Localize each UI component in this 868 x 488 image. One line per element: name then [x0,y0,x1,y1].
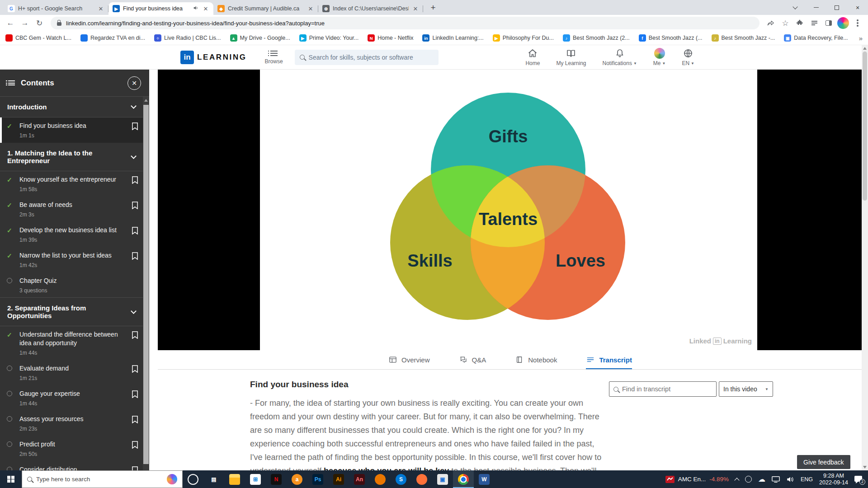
lesson-item[interactable]: ✓ Understand the difference between idea… [0,326,143,360]
tab-search-button[interactable] [785,0,806,15]
bookmark-icon[interactable] [132,440,138,450]
transcript-body[interactable]: - For many, the idea of starting your ow… [250,396,604,470]
bookmark-icon[interactable] [132,465,138,470]
current-phrase[interactable]: because who you are will be key [324,466,449,470]
bookmark-icon[interactable] [132,175,138,186]
lesson-item[interactable]: ✓ Narrow the list to your best ideas 1m … [0,247,143,272]
side-panel-icon[interactable] [822,16,835,30]
lesson-item[interactable]: ✓ Evaluate demand 1m 21s [0,360,143,385]
bookmark-star-icon[interactable]: ☆ [778,16,792,30]
lesson-item[interactable]: ✓ Be aware of needs 2m 3s [0,197,143,222]
tab-notebook[interactable]: Notebook [515,350,557,369]
bookmark-item[interactable]: ▶ Prime Video: Your... [299,34,359,42]
menu-icon[interactable] [851,16,864,30]
scroll-down-arrow[interactable] [144,466,148,469]
tab-transcript[interactable]: Transcript [586,350,632,369]
nav-home[interactable]: Home [525,48,540,66]
bookmark-item[interactable]: ▣ Data Recovery, File... [784,34,848,42]
taskbar-app-netflix[interactable]: N [266,470,287,488]
tab-audio-icon[interactable] [193,5,199,12]
tab-close-icon[interactable]: ✕ [412,5,419,12]
lesson-item[interactable]: ✓ Consider distribution [0,461,143,470]
bookmark-item[interactable]: in LinkedIn Learning:... [422,34,483,42]
extensions-icon[interactable] [793,16,807,30]
taskbar-app-word[interactable]: W [474,470,495,488]
onedrive-icon[interactable]: ☁ [758,476,765,483]
bookmark-item[interactable]: CBC Gem - Watch L... [5,34,71,42]
browser-tab[interactable]: G H+ sport - Google Search ✕ [4,2,108,15]
taskbar-app-task-view[interactable]: ▤ [203,470,224,488]
start-button[interactable] [0,470,22,488]
bookmark-item[interactable]: ▲ My Drive - Google... [230,34,290,42]
sidebar-scrollbar[interactable] [143,97,149,470]
bookmark-icon[interactable] [132,251,138,262]
reading-list-icon[interactable] [807,16,821,30]
forward-button[interactable]: → [18,16,32,30]
profile-avatar[interactable] [836,16,850,30]
nav-language[interactable]: EN▼ [682,48,694,66]
minimize-button[interactable] [806,0,826,15]
scroll-up-arrow[interactable] [863,47,867,50]
search-input[interactable] [309,54,434,61]
video-player[interactable]: Gifts Skills Loves Talents LinkedinLearn… [158,70,862,350]
tray-expand-icon[interactable] [734,478,739,483]
browser-tab[interactable]: ◆ Credit Summary | Audible.ca ✕ [213,2,318,15]
scrollbar-thumb[interactable] [863,52,867,201]
teams-icon[interactable] [745,476,752,483]
bookmark-icon[interactable] [132,364,138,375]
taskbar-app-skype[interactable]: S [391,470,411,488]
browse-button[interactable]: Browse [265,50,283,65]
bookmark-icon[interactable] [132,226,138,236]
bookmark-icon[interactable] [132,389,138,400]
bookmarks-overflow-icon[interactable]: » [859,34,863,42]
bookmark-item[interactable]: Regardez TVA en di... [80,34,145,42]
sidebar-section-header[interactable]: 2. Separating Ideas from Opportunities [0,297,143,326]
network-icon[interactable] [772,476,780,483]
lesson-item[interactable]: ✓ Chapter Quiz 3 questions [0,272,143,298]
taskbar-app-microsoft-store[interactable]: ⊞ [245,470,266,488]
bookmark-icon[interactable] [132,201,138,211]
taskbar-search-input[interactable] [36,476,163,483]
new-tab-button[interactable]: + [427,1,439,14]
page-scrollbar[interactable] [862,45,868,470]
bookmark-item[interactable]: ⁘ Live Radio | CBC Lis... [154,34,221,42]
taskbar-app-illustrator[interactable]: Ai [328,470,349,488]
browser-tab[interactable]: ⊕ Index of C:\Users\arseine\Deskto ✕ [318,2,423,15]
bookmark-item[interactable]: f Best Smooth Jazz (... [639,34,703,42]
language-indicator[interactable]: ENG [801,476,813,483]
bookmark-item[interactable]: ▶ Philosophy For Du... [493,34,554,42]
bookmark-item[interactable]: N Home - Netflix [368,34,413,42]
taskbar-app-chrome[interactable] [453,470,474,488]
bookmark-item[interactable]: ♪ Best Smooth Jazz -... [712,34,775,42]
lesson-item[interactable]: ✓ Predict profit 2m 50s [0,436,143,461]
scroll-up-arrow[interactable] [144,99,148,102]
sidebar-section-header[interactable]: Introduction [0,97,143,117]
scrollbar-thumb[interactable] [143,105,149,464]
reload-button[interactable]: ↻ [33,16,46,30]
search-highlights-icon[interactable] [167,474,177,484]
bookmark-icon[interactable] [132,415,138,425]
tab-overview[interactable]: Overview [388,350,430,369]
back-button[interactable]: ← [4,16,17,30]
taskbar-clock[interactable]: 9:28 AM 2022-09-14 [819,473,848,486]
transcript-scope-dropdown[interactable]: In this video ▼ [719,381,773,397]
close-sidebar-icon[interactable]: ✕ [127,76,141,90]
give-feedback-button[interactable]: Give feedback [797,455,850,469]
nav-me[interactable]: Me▼ [653,48,666,66]
taskbar-app-audible[interactable]: a [287,470,307,488]
taskbar-app-animate[interactable]: An [349,470,370,488]
bookmark-item[interactable]: ♪ Best Smooth Jazz (2... [563,34,630,42]
action-center-icon[interactable]: 2 [854,475,864,483]
taskbar-app-photoshop[interactable]: Ps [307,470,328,488]
linkedin-learning-logo[interactable]: in LEARNING [180,51,247,64]
lesson-item[interactable]: ✓ Assess your resources 2m 23s [0,411,143,436]
nav-my-learning[interactable]: My Learning [556,48,586,66]
restore-button[interactable] [826,0,847,15]
share-icon[interactable] [764,16,778,30]
volume-icon[interactable] [786,476,794,483]
taskbar-app-firefox[interactable] [411,470,432,488]
lesson-item[interactable]: ✓ Develop the new business idea list 1m … [0,222,143,247]
site-search[interactable] [295,50,439,65]
find-transcript-input[interactable] [622,385,712,393]
taskbar-app-cortana[interactable] [183,470,203,488]
